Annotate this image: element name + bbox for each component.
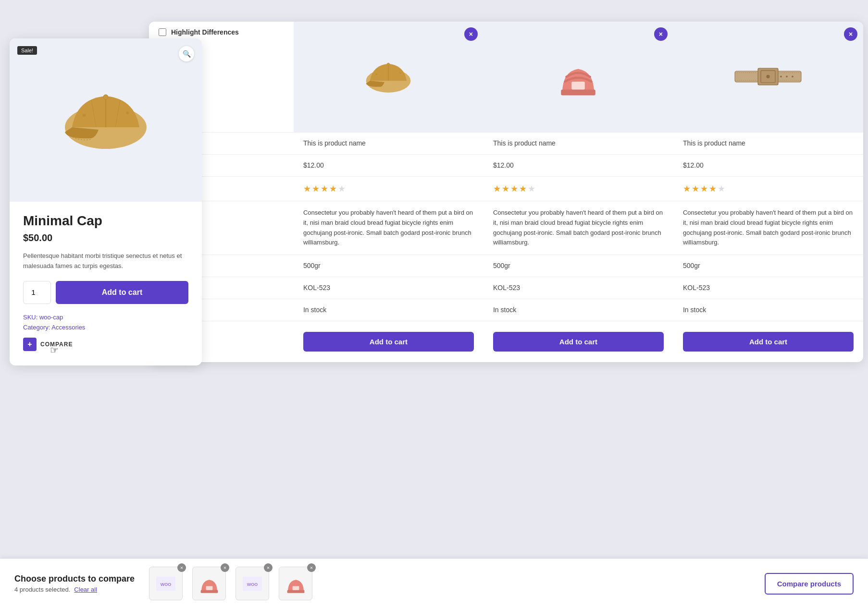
- sku-col-2: KOL-523: [484, 277, 673, 299]
- thumb-remove-4[interactable]: ×: [307, 563, 316, 572]
- weight-row: Weight 500gr 500gr 500gr: [149, 255, 863, 277]
- product-image-area: Sale! 🔍: [10, 38, 202, 202]
- price-row: Price $12.00 $12.00 $12.00: [149, 155, 863, 177]
- highlight-label: Highlight Differences: [171, 28, 239, 36]
- name-col-3: This is product name: [673, 133, 863, 155]
- product-image-cell-3: ×: [673, 22, 863, 133]
- weight-col-2: 500gr: [484, 255, 673, 277]
- stars-1: ★★★★★: [303, 184, 347, 194]
- compare-table: Highlight Differences ×: [149, 22, 863, 362]
- svg-rect-24: [287, 590, 304, 593]
- highlight-checkbox[interactable]: [159, 28, 166, 36]
- remove-product-2-button[interactable]: ×: [654, 27, 668, 41]
- table-add-to-cart-button-3[interactable]: Add to cart: [683, 332, 854, 352]
- name-row: Name This is product name This is produc…: [149, 133, 863, 155]
- compare-thumbnail-2: ×: [192, 567, 226, 600]
- product-title: Minimal Cap: [23, 213, 188, 229]
- name-col-2: This is product name: [484, 133, 673, 155]
- selected-count: 4 products selected.: [14, 586, 70, 593]
- price-col-3: $12.00: [673, 155, 863, 177]
- add-to-cart-col-3: Add to cart: [673, 321, 863, 363]
- svg-text:WOO: WOO: [161, 582, 172, 586]
- product-sku: SKU: woo-cap: [23, 314, 188, 321]
- thumb-remove-3[interactable]: ×: [264, 563, 273, 572]
- product-info: Minimal Cap $50.00 Pellentesque habitant…: [10, 202, 202, 351]
- svg-point-5: [387, 63, 390, 65]
- product-img-wrapper-2: ×: [484, 22, 673, 132]
- availability-row: Availability In stock In stock In stock: [149, 299, 863, 321]
- table-add-to-cart-button-2[interactable]: Add to cart: [493, 332, 664, 352]
- availability-col-2: In stock: [484, 299, 673, 321]
- stars-2: ★★★★★: [493, 184, 536, 194]
- compare-belt-3: [732, 58, 804, 96]
- table-add-to-cart-button-1[interactable]: Add to cart: [303, 332, 474, 352]
- product-card: Sale! 🔍 Minimal Cap $50.00 Pellentesque …: [10, 38, 202, 365]
- compare-cap-1: [360, 53, 417, 101]
- svg-text:WOO: WOO: [247, 582, 258, 586]
- rating-row: Rating ★★★★★ ★★★★★ ★★★★★: [149, 177, 863, 201]
- add-to-cart-col-1: Add to cart: [294, 321, 484, 363]
- desc-col-1: Consectetur you probably haven't heard o…: [294, 201, 484, 255]
- sku-row: SKU KOL-523 KOL-523 KOL-523: [149, 277, 863, 299]
- product-images-row: Highlight Differences ×: [149, 22, 863, 133]
- thumb-remove-1[interactable]: ×: [177, 563, 186, 572]
- product-image: [53, 77, 159, 163]
- sku-col-1: KOL-523: [294, 277, 484, 299]
- svg-point-6: [376, 73, 377, 75]
- compare-beanie-2: [552, 48, 605, 106]
- svg-point-7: [399, 72, 401, 73]
- compare-bar: Choose products to compare 4 products se…: [0, 559, 868, 608]
- svg-point-14: [767, 75, 770, 78]
- compare-bar-title: Choose products to compare: [14, 574, 135, 584]
- compare-thumbnail-1: × WOO: [149, 567, 183, 600]
- remove-product-1-button[interactable]: ×: [464, 27, 478, 41]
- category-link[interactable]: Accessories: [51, 324, 85, 331]
- clear-all-button[interactable]: Clear all: [74, 586, 97, 593]
- product-img-wrapper-1: ×: [294, 22, 484, 132]
- add-to-cart-button[interactable]: Add to cart: [56, 281, 188, 304]
- remove-product-3-button[interactable]: ×: [844, 27, 857, 41]
- rating-col-2: ★★★★★: [484, 177, 673, 201]
- svg-point-1: [103, 95, 108, 99]
- product-category: Category: Accessories: [23, 324, 188, 331]
- add-to-cart-col-2: Add to cart: [484, 321, 673, 363]
- weight-col-1: 500gr: [294, 255, 484, 277]
- description-row: Description Consectetur you probably hav…: [149, 201, 863, 255]
- rating-col-3: ★★★★★: [673, 177, 863, 201]
- svg-rect-20: [200, 590, 218, 593]
- product-description: Pellentesque habitant morbi tristique se…: [23, 251, 188, 271]
- svg-point-3: [126, 111, 129, 114]
- stars-3: ★★★★★: [683, 184, 726, 194]
- zoom-icon[interactable]: 🔍: [179, 46, 194, 61]
- desc-col-2: Consectetur you probably haven't heard o…: [484, 201, 673, 255]
- product-price: $50.00: [23, 232, 188, 243]
- compare-bar-content: Choose products to compare 4 products se…: [14, 574, 139, 593]
- svg-point-2: [83, 114, 86, 117]
- woo-thumb-3: WOO: [238, 572, 267, 596]
- product-img-wrapper-3: ×: [673, 22, 863, 132]
- rating-col-1: ★★★★★: [294, 177, 484, 201]
- svg-rect-21: [206, 586, 212, 590]
- svg-rect-9: [572, 82, 585, 90]
- svg-point-17: [792, 76, 794, 78]
- woo-thumb-1: WOO: [151, 572, 180, 596]
- price-col-1: $12.00: [294, 155, 484, 177]
- svg-point-15: [781, 76, 782, 78]
- svg-rect-8: [561, 89, 596, 95]
- thumb-remove-2[interactable]: ×: [221, 563, 229, 572]
- compare-products-button[interactable]: Compare products: [765, 573, 854, 595]
- svg-point-16: [786, 76, 788, 78]
- availability-col-3: In stock: [673, 299, 863, 321]
- product-image-cell-2: ×: [484, 22, 673, 133]
- desc-col-3: Consectetur you probably haven't heard o…: [673, 201, 863, 255]
- weight-col-3: 500gr: [673, 255, 863, 277]
- compare-thumbnail-4: ×: [279, 567, 312, 600]
- compare-button[interactable]: + COMPARE ☞: [23, 338, 188, 351]
- sku-col-3: KOL-523: [673, 277, 863, 299]
- compare-plus-icon: +: [23, 338, 37, 351]
- availability-col-1: In stock: [294, 299, 484, 321]
- quantity-input[interactable]: [23, 281, 51, 304]
- sale-badge: Sale!: [17, 46, 37, 55]
- price-col-2: $12.00: [484, 155, 673, 177]
- add-to-cart-row: Add to cart: [23, 281, 188, 304]
